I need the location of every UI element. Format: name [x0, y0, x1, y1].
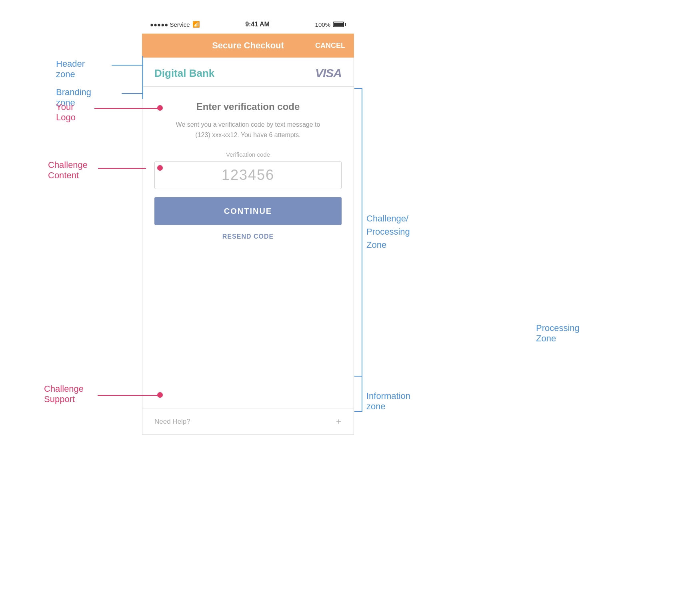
visa-logo: VISA — [315, 66, 342, 80]
info-zone-bracket-line — [362, 376, 362, 411]
battery-percentage: 100% — [315, 21, 330, 28]
challenge-title: Enter verification code — [196, 101, 300, 112]
branding-zone: Digital Bank VISA — [142, 58, 354, 87]
verification-label: Verification code — [154, 151, 342, 158]
branding-zone-line — [122, 93, 143, 94]
branding-zone-tick — [142, 87, 143, 99]
phone-body: Digital Bank VISA Enter verification cod… — [142, 58, 354, 435]
status-bar-right: 100% — [315, 21, 346, 28]
your-logo-dot — [157, 105, 163, 111]
challenge-processing-bracket-line — [362, 88, 362, 376]
battery-icon — [333, 22, 346, 27]
bank-name: Digital Bank — [154, 67, 214, 80]
status-bar: ●●●●● Service 📶 9:41 AM 100% — [142, 15, 354, 34]
challenge-content: Enter verification code We sent you a ve… — [142, 87, 354, 409]
status-bar-left: ●●●●● Service 📶 — [150, 21, 200, 28]
header-zone-tick — [142, 56, 143, 90]
plus-icon[interactable]: + — [336, 416, 342, 427]
challenge-processing-bottom-tick — [354, 376, 362, 377]
verification-input[interactable]: 123456 — [154, 161, 342, 189]
challenge-content-line — [98, 168, 146, 169]
information-zone: Need Help? + — [142, 409, 354, 435]
status-bar-time: 9:41 AM — [245, 21, 270, 28]
phone-frame: ●●●●● Service 📶 9:41 AM 100% Secure Chec… — [142, 15, 354, 435]
resend-code-link[interactable]: RESEND CODE — [222, 233, 274, 240]
cancel-button[interactable]: CANCEL — [315, 42, 345, 50]
continue-button[interactable]: CONTINUE — [154, 197, 342, 225]
checkout-header: Secure Checkout CANCEL — [142, 34, 354, 58]
challenge-processing-top-tick — [354, 88, 362, 89]
header-title: Secure Checkout — [212, 40, 284, 51]
info-zone-bottom-tick — [354, 411, 362, 412]
header-zone-line — [112, 65, 143, 66]
wifi-icon: 📶 — [192, 21, 200, 28]
challenge-support-line — [98, 395, 158, 396]
need-help-text: Need Help? — [154, 418, 190, 426]
carrier-text: ●●●●● Service — [150, 21, 190, 28]
challenge-description: We sent you a verification code by text … — [168, 120, 328, 140]
verification-input-value: 123456 — [222, 167, 274, 183]
challenge-support-dot — [157, 392, 163, 398]
challenge-content-dot — [157, 165, 163, 171]
your-logo-line — [94, 108, 158, 109]
